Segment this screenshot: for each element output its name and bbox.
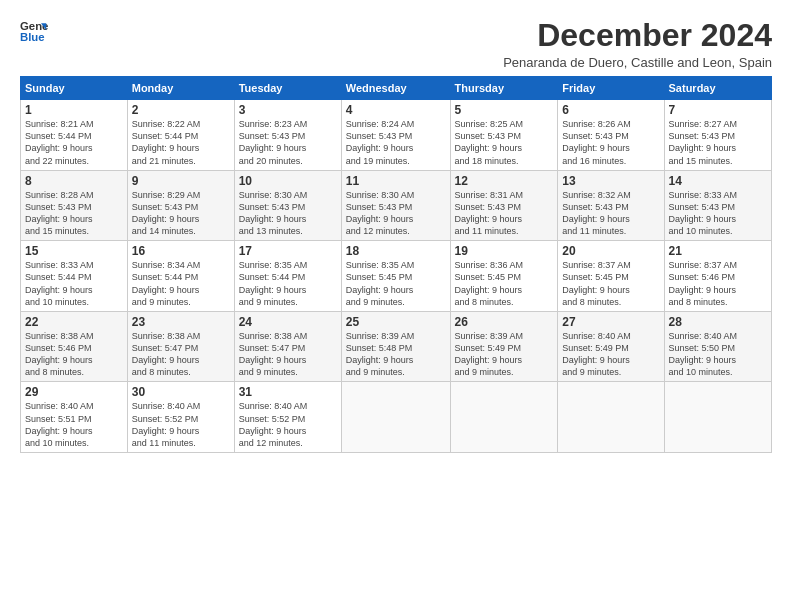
day-number: 4	[346, 103, 446, 117]
day-info: Sunrise: 8:30 AM Sunset: 5:43 PM Dayligh…	[346, 189, 446, 238]
table-row: 10Sunrise: 8:30 AM Sunset: 5:43 PM Dayli…	[234, 170, 341, 241]
day-number: 25	[346, 315, 446, 329]
table-row: 8Sunrise: 8:28 AM Sunset: 5:43 PM Daylig…	[21, 170, 128, 241]
table-row: 2Sunrise: 8:22 AM Sunset: 5:44 PM Daylig…	[127, 100, 234, 171]
table-row	[450, 382, 558, 453]
table-row: 4Sunrise: 8:24 AM Sunset: 5:43 PM Daylig…	[341, 100, 450, 171]
calendar-week-row: 15Sunrise: 8:33 AM Sunset: 5:44 PM Dayli…	[21, 241, 772, 312]
logo-icon: General Blue	[20, 18, 48, 46]
day-info: Sunrise: 8:39 AM Sunset: 5:49 PM Dayligh…	[455, 330, 554, 379]
day-number: 23	[132, 315, 230, 329]
day-info: Sunrise: 8:28 AM Sunset: 5:43 PM Dayligh…	[25, 189, 123, 238]
header-thursday: Thursday	[450, 77, 558, 100]
table-row: 15Sunrise: 8:33 AM Sunset: 5:44 PM Dayli…	[21, 241, 128, 312]
table-row	[664, 382, 771, 453]
header-sunday: Sunday	[21, 77, 128, 100]
calendar-table: Sunday Monday Tuesday Wednesday Thursday…	[20, 76, 772, 453]
table-row: 24Sunrise: 8:38 AM Sunset: 5:47 PM Dayli…	[234, 311, 341, 382]
day-number: 26	[455, 315, 554, 329]
day-number: 2	[132, 103, 230, 117]
day-info: Sunrise: 8:37 AM Sunset: 5:45 PM Dayligh…	[562, 259, 659, 308]
table-row: 17Sunrise: 8:35 AM Sunset: 5:44 PM Dayli…	[234, 241, 341, 312]
title-section: December 2024 Penaranda de Duero, Castil…	[503, 18, 772, 70]
table-row: 1Sunrise: 8:21 AM Sunset: 5:44 PM Daylig…	[21, 100, 128, 171]
day-info: Sunrise: 8:35 AM Sunset: 5:44 PM Dayligh…	[239, 259, 337, 308]
table-row: 23Sunrise: 8:38 AM Sunset: 5:47 PM Dayli…	[127, 311, 234, 382]
day-number: 15	[25, 244, 123, 258]
day-number: 27	[562, 315, 659, 329]
day-info: Sunrise: 8:40 AM Sunset: 5:50 PM Dayligh…	[669, 330, 767, 379]
location-subtitle: Penaranda de Duero, Castille and Leon, S…	[503, 55, 772, 70]
header-monday: Monday	[127, 77, 234, 100]
header-tuesday: Tuesday	[234, 77, 341, 100]
table-row: 22Sunrise: 8:38 AM Sunset: 5:46 PM Dayli…	[21, 311, 128, 382]
table-row: 13Sunrise: 8:32 AM Sunset: 5:43 PM Dayli…	[558, 170, 664, 241]
day-info: Sunrise: 8:26 AM Sunset: 5:43 PM Dayligh…	[562, 118, 659, 167]
logo: General Blue	[20, 18, 48, 46]
table-row	[341, 382, 450, 453]
table-row: 14Sunrise: 8:33 AM Sunset: 5:43 PM Dayli…	[664, 170, 771, 241]
day-number: 5	[455, 103, 554, 117]
table-row: 25Sunrise: 8:39 AM Sunset: 5:48 PM Dayli…	[341, 311, 450, 382]
day-info: Sunrise: 8:33 AM Sunset: 5:43 PM Dayligh…	[669, 189, 767, 238]
day-number: 11	[346, 174, 446, 188]
day-number: 31	[239, 385, 337, 399]
table-row: 27Sunrise: 8:40 AM Sunset: 5:49 PM Dayli…	[558, 311, 664, 382]
day-info: Sunrise: 8:34 AM Sunset: 5:44 PM Dayligh…	[132, 259, 230, 308]
day-number: 13	[562, 174, 659, 188]
day-number: 30	[132, 385, 230, 399]
day-number: 19	[455, 244, 554, 258]
day-number: 1	[25, 103, 123, 117]
table-row: 3Sunrise: 8:23 AM Sunset: 5:43 PM Daylig…	[234, 100, 341, 171]
day-number: 29	[25, 385, 123, 399]
calendar-week-row: 29Sunrise: 8:40 AM Sunset: 5:51 PM Dayli…	[21, 382, 772, 453]
day-info: Sunrise: 8:40 AM Sunset: 5:52 PM Dayligh…	[132, 400, 230, 449]
day-info: Sunrise: 8:30 AM Sunset: 5:43 PM Dayligh…	[239, 189, 337, 238]
table-row: 21Sunrise: 8:37 AM Sunset: 5:46 PM Dayli…	[664, 241, 771, 312]
day-info: Sunrise: 8:25 AM Sunset: 5:43 PM Dayligh…	[455, 118, 554, 167]
day-info: Sunrise: 8:31 AM Sunset: 5:43 PM Dayligh…	[455, 189, 554, 238]
month-title: December 2024	[503, 18, 772, 53]
day-info: Sunrise: 8:37 AM Sunset: 5:46 PM Dayligh…	[669, 259, 767, 308]
day-number: 7	[669, 103, 767, 117]
day-number: 9	[132, 174, 230, 188]
day-info: Sunrise: 8:23 AM Sunset: 5:43 PM Dayligh…	[239, 118, 337, 167]
day-info: Sunrise: 8:22 AM Sunset: 5:44 PM Dayligh…	[132, 118, 230, 167]
day-number: 28	[669, 315, 767, 329]
day-info: Sunrise: 8:33 AM Sunset: 5:44 PM Dayligh…	[25, 259, 123, 308]
table-row: 30Sunrise: 8:40 AM Sunset: 5:52 PM Dayli…	[127, 382, 234, 453]
day-number: 8	[25, 174, 123, 188]
day-number: 24	[239, 315, 337, 329]
table-row: 28Sunrise: 8:40 AM Sunset: 5:50 PM Dayli…	[664, 311, 771, 382]
day-number: 17	[239, 244, 337, 258]
table-row: 16Sunrise: 8:34 AM Sunset: 5:44 PM Dayli…	[127, 241, 234, 312]
table-row: 12Sunrise: 8:31 AM Sunset: 5:43 PM Dayli…	[450, 170, 558, 241]
day-number: 22	[25, 315, 123, 329]
day-number: 3	[239, 103, 337, 117]
day-info: Sunrise: 8:27 AM Sunset: 5:43 PM Dayligh…	[669, 118, 767, 167]
svg-text:Blue: Blue	[20, 31, 45, 43]
day-info: Sunrise: 8:39 AM Sunset: 5:48 PM Dayligh…	[346, 330, 446, 379]
day-info: Sunrise: 8:24 AM Sunset: 5:43 PM Dayligh…	[346, 118, 446, 167]
day-info: Sunrise: 8:40 AM Sunset: 5:49 PM Dayligh…	[562, 330, 659, 379]
day-number: 12	[455, 174, 554, 188]
table-row: 18Sunrise: 8:35 AM Sunset: 5:45 PM Dayli…	[341, 241, 450, 312]
day-number: 20	[562, 244, 659, 258]
day-number: 16	[132, 244, 230, 258]
table-row: 19Sunrise: 8:36 AM Sunset: 5:45 PM Dayli…	[450, 241, 558, 312]
day-number: 10	[239, 174, 337, 188]
calendar-week-row: 22Sunrise: 8:38 AM Sunset: 5:46 PM Dayli…	[21, 311, 772, 382]
table-row: 29Sunrise: 8:40 AM Sunset: 5:51 PM Dayli…	[21, 382, 128, 453]
table-row: 26Sunrise: 8:39 AM Sunset: 5:49 PM Dayli…	[450, 311, 558, 382]
calendar-header-row: Sunday Monday Tuesday Wednesday Thursday…	[21, 77, 772, 100]
table-row: 7Sunrise: 8:27 AM Sunset: 5:43 PM Daylig…	[664, 100, 771, 171]
header-saturday: Saturday	[664, 77, 771, 100]
header-friday: Friday	[558, 77, 664, 100]
day-info: Sunrise: 8:21 AM Sunset: 5:44 PM Dayligh…	[25, 118, 123, 167]
day-info: Sunrise: 8:32 AM Sunset: 5:43 PM Dayligh…	[562, 189, 659, 238]
table-row: 11Sunrise: 8:30 AM Sunset: 5:43 PM Dayli…	[341, 170, 450, 241]
day-info: Sunrise: 8:40 AM Sunset: 5:52 PM Dayligh…	[239, 400, 337, 449]
day-info: Sunrise: 8:36 AM Sunset: 5:45 PM Dayligh…	[455, 259, 554, 308]
day-info: Sunrise: 8:35 AM Sunset: 5:45 PM Dayligh…	[346, 259, 446, 308]
day-number: 21	[669, 244, 767, 258]
